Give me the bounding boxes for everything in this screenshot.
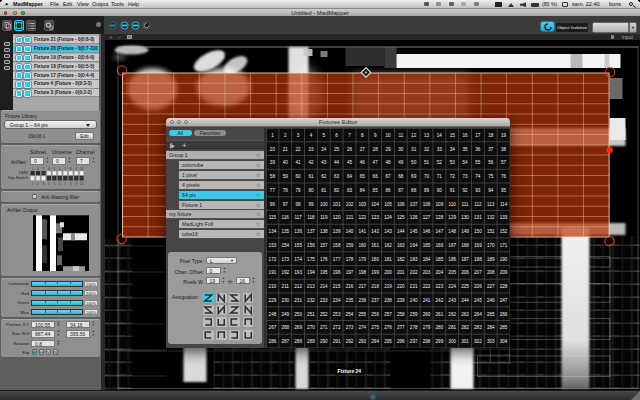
svg-text:123: 123 (371, 215, 379, 220)
svg-text:90: 90 (437, 187, 443, 192)
svg-text:62: 62 (321, 174, 327, 179)
svg-text:141: 141 (358, 229, 366, 234)
svg-text:292: 292 (346, 339, 354, 344)
svg-text:161: 161 (371, 242, 379, 247)
svg-text:98: 98 (296, 201, 302, 206)
svg-text:225: 225 (461, 284, 469, 289)
svg-text:116: 116 (282, 215, 290, 220)
svg-text:15: 15 (450, 132, 456, 137)
svg-text:24: 24 (321, 146, 327, 151)
svg-text:76: 76 (501, 174, 507, 179)
svg-text:167: 167 (448, 242, 456, 247)
svg-text:263: 263 (461, 311, 469, 316)
svg-text:212: 212 (294, 284, 302, 289)
svg-text:244: 244 (461, 297, 469, 302)
svg-text:213: 213 (307, 284, 315, 289)
svg-text:245: 245 (474, 297, 482, 302)
svg-text:120: 120 (333, 215, 341, 220)
svg-text:192: 192 (281, 270, 289, 275)
svg-text:7: 7 (64, 166, 66, 170)
svg-text:241: 241 (423, 297, 431, 302)
svg-text:248: 248 (269, 311, 277, 316)
svg-text:274: 274 (358, 325, 366, 330)
svg-text:276: 276 (384, 325, 392, 330)
svg-text:266: 266 (500, 311, 508, 316)
svg-text:151: 151 (487, 229, 495, 234)
svg-text:54: 54 (462, 160, 468, 165)
svg-text:61: 61 (308, 174, 314, 179)
svg-text:87: 87 (398, 187, 404, 192)
svg-text:278: 278 (410, 325, 418, 330)
svg-text:Fixture 24: Fixture 24 (337, 368, 361, 374)
svg-text:22: 22 (296, 146, 302, 151)
svg-text:237: 237 (371, 297, 379, 302)
svg-text:100: 100 (320, 201, 328, 206)
svg-text:136: 136 (294, 229, 302, 234)
svg-text:162: 162 (384, 242, 392, 247)
svg-text:143: 143 (384, 229, 392, 234)
svg-text:171: 171 (500, 242, 508, 247)
svg-text:37: 37 (488, 146, 494, 151)
svg-text:126: 126 (410, 215, 418, 220)
svg-text:303: 303 (487, 339, 495, 344)
svg-text:255: 255 (358, 311, 366, 316)
svg-text:217: 217 (358, 284, 366, 289)
svg-text:81: 81 (321, 187, 327, 192)
svg-text:145: 145 (410, 229, 418, 234)
svg-text:272: 272 (333, 325, 341, 330)
svg-text:197: 197 (346, 270, 354, 275)
svg-text:256: 256 (371, 311, 379, 316)
svg-text:44: 44 (334, 160, 340, 165)
svg-text:107: 107 (410, 201, 418, 206)
svg-text:299: 299 (436, 339, 444, 344)
svg-text:226: 226 (474, 284, 482, 289)
svg-text:131: 131 (474, 215, 482, 220)
svg-text:4: 4 (310, 132, 313, 137)
svg-text:114: 114 (500, 201, 508, 206)
svg-text:42: 42 (308, 160, 314, 165)
svg-text:5: 5 (53, 182, 55, 186)
svg-text:132: 132 (487, 215, 495, 220)
svg-text:188: 188 (474, 256, 482, 261)
svg-text:19: 19 (501, 132, 507, 137)
svg-text:251: 251 (307, 311, 315, 316)
svg-text:8: 8 (70, 182, 72, 186)
svg-text:127: 127 (423, 215, 431, 220)
svg-text:93: 93 (475, 187, 481, 192)
svg-text:232: 232 (307, 297, 315, 302)
svg-text:52: 52 (437, 160, 443, 165)
svg-text:200: 200 (384, 270, 392, 275)
svg-text:43: 43 (321, 160, 327, 165)
svg-text:180: 180 (371, 256, 379, 261)
svg-text:300: 300 (448, 339, 456, 344)
svg-text:284: 284 (487, 325, 495, 330)
svg-text:209: 209 (500, 270, 508, 275)
svg-text:99: 99 (308, 201, 314, 206)
svg-text:35: 35 (462, 146, 468, 151)
svg-text:152: 152 (500, 229, 508, 234)
svg-text:138: 138 (320, 229, 328, 234)
svg-text:208: 208 (487, 270, 495, 275)
svg-text:219: 219 (384, 284, 392, 289)
svg-text:220: 220 (397, 284, 405, 289)
svg-text:165: 165 (423, 242, 431, 247)
svg-text:228: 228 (500, 284, 508, 289)
svg-text:56: 56 (488, 160, 494, 165)
svg-text:147: 147 (436, 229, 444, 234)
svg-text:41: 41 (296, 160, 302, 165)
svg-text:286: 286 (269, 339, 277, 344)
svg-text:8: 8 (361, 132, 364, 137)
svg-text:283: 283 (474, 325, 482, 330)
svg-text:121: 121 (346, 215, 354, 220)
svg-text:18: 18 (488, 132, 494, 137)
svg-text:17: 17 (475, 132, 481, 137)
svg-text:137: 137 (307, 229, 315, 234)
svg-text:115: 115 (269, 215, 277, 220)
svg-text:46: 46 (360, 160, 366, 165)
svg-text:239: 239 (397, 297, 405, 302)
svg-text:85: 85 (373, 187, 379, 192)
svg-text:36: 36 (475, 146, 481, 151)
svg-text:173: 173 (281, 256, 289, 261)
svg-text:270: 270 (307, 325, 315, 330)
svg-text:202: 202 (410, 270, 418, 275)
